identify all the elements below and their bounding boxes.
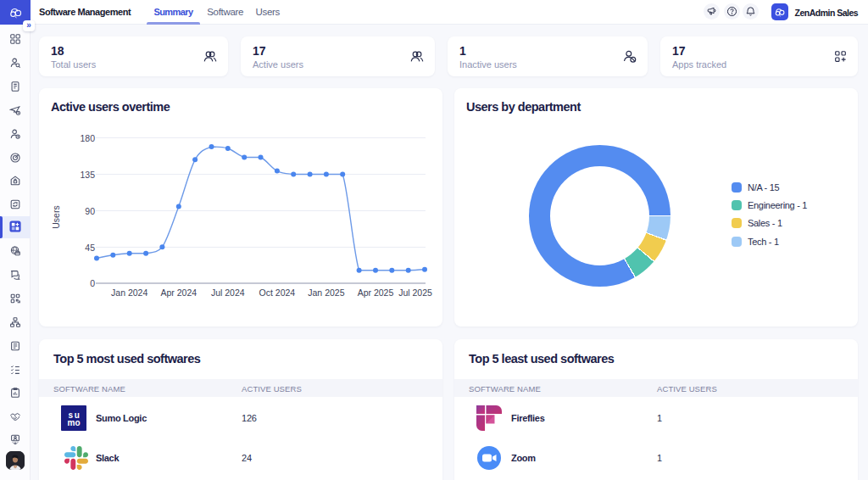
svg-text:0: 0 bbox=[90, 278, 95, 288]
svg-text:Apr 2025: Apr 2025 bbox=[358, 287, 394, 298]
svg-text:Oct 2024: Oct 2024 bbox=[259, 287, 296, 298]
svg-text:Apr 2024: Apr 2024 bbox=[160, 287, 197, 298]
svg-text:Jan 2024: Jan 2024 bbox=[111, 287, 147, 298]
svg-text:mo: mo bbox=[67, 418, 81, 427]
svg-text:Jul 2024: Jul 2024 bbox=[211, 287, 245, 298]
svg-text:Jul 2025: Jul 2025 bbox=[398, 287, 432, 298]
svg-text:135: 135 bbox=[80, 170, 95, 180]
svg-text:90: 90 bbox=[85, 206, 95, 216]
svg-text:45: 45 bbox=[85, 243, 95, 253]
svg-text:180: 180 bbox=[80, 133, 95, 143]
svg-text:Jan 2025: Jan 2025 bbox=[308, 287, 344, 298]
svg-text:Users: Users bbox=[51, 205, 61, 228]
